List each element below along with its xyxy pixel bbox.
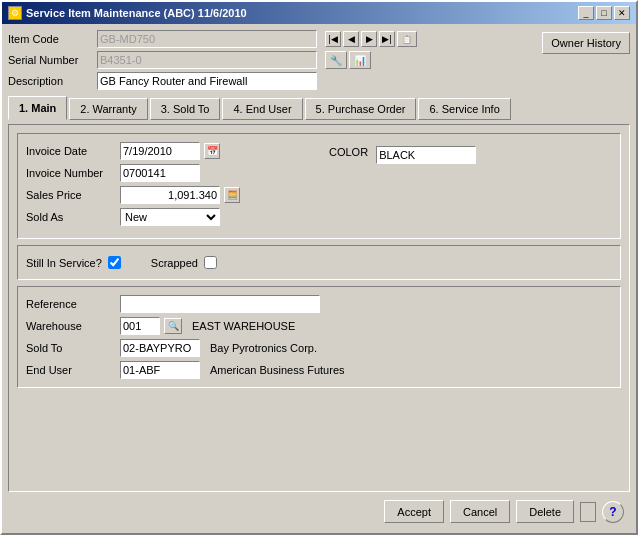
warehouse-name-display: EAST WAREHOUSE bbox=[192, 320, 295, 332]
sales-price-row: Sales Price 🧮 bbox=[26, 186, 309, 204]
fields-section: Item Code |◀ ◀ ▶ ▶| 📋 Serial Number bbox=[8, 30, 542, 90]
nav-next-button[interactable]: ▶ bbox=[361, 31, 377, 47]
title-bar-left: ⚙ Service Item Maintenance (ABC) 11/6/20… bbox=[8, 6, 247, 20]
warehouse-search-button[interactable]: 🔍 bbox=[164, 318, 182, 334]
main-window: ⚙ Service Item Maintenance (ABC) 11/6/20… bbox=[0, 0, 638, 535]
color-col: COLOR bbox=[329, 142, 612, 230]
maximize-button[interactable]: □ bbox=[596, 6, 612, 20]
separator-icon bbox=[580, 502, 596, 522]
sold-to-label: Sold To bbox=[26, 342, 116, 354]
description-label: Description bbox=[8, 75, 93, 87]
warehouse-row: Warehouse 🔍 EAST WAREHOUSE bbox=[26, 317, 612, 335]
color-input[interactable] bbox=[376, 146, 476, 164]
item-code-label: Item Code bbox=[8, 33, 93, 45]
scrapped-group: Scrapped bbox=[151, 256, 217, 269]
calculator-icon-button[interactable]: 🧮 bbox=[224, 187, 240, 203]
tools-icon-button[interactable]: 🔧 bbox=[325, 51, 347, 69]
close-button[interactable]: ✕ bbox=[614, 6, 630, 20]
invoice-section: Invoice Date 📅 Invoice Number Sales Pric… bbox=[17, 133, 621, 239]
window-title: Service Item Maintenance (ABC) 11/6/2010 bbox=[26, 7, 247, 19]
end-user-code-input[interactable] bbox=[120, 361, 200, 379]
sold-as-row: Sold As New Used Demo bbox=[26, 208, 309, 226]
sold-to-code-input[interactable] bbox=[120, 339, 200, 357]
serial-number-label: Serial Number bbox=[8, 54, 93, 66]
tabs-bar: 1. Main 2. Warranty 3. Sold To 4. End Us… bbox=[8, 98, 630, 120]
window-icon: ⚙ bbox=[8, 6, 22, 20]
nav-section: |◀ ◀ ▶ ▶| 📋 bbox=[325, 31, 417, 47]
invoice-date-input[interactable] bbox=[120, 142, 200, 160]
checkboxes-section: Still In Service? Scrapped bbox=[17, 245, 621, 280]
tab-content-main: Invoice Date 📅 Invoice Number Sales Pric… bbox=[8, 124, 630, 492]
tab-warranty[interactable]: 2. Warranty bbox=[69, 98, 147, 120]
window-body: Item Code |◀ ◀ ▶ ▶| 📋 Serial Number bbox=[2, 24, 636, 533]
tab-end-user[interactable]: 4. End User bbox=[222, 98, 302, 120]
invoice-date-row: Invoice Date 📅 bbox=[26, 142, 309, 160]
invoice-number-label: Invoice Number bbox=[26, 167, 116, 179]
owner-history-button[interactable]: Owner History bbox=[542, 32, 630, 54]
description-row: Description bbox=[8, 72, 542, 90]
item-code-row: Item Code |◀ ◀ ▶ ▶| 📋 bbox=[8, 30, 542, 48]
reference-label: Reference bbox=[26, 298, 116, 310]
footer: Accept Cancel Delete ? bbox=[8, 496, 630, 527]
cancel-button[interactable]: Cancel bbox=[450, 500, 510, 523]
help-button[interactable]: ? bbox=[602, 501, 624, 523]
description-input[interactable] bbox=[97, 72, 317, 90]
still-in-service-group: Still In Service? bbox=[26, 256, 121, 269]
sold-as-label: Sold As bbox=[26, 211, 116, 223]
scrapped-label: Scrapped bbox=[151, 257, 198, 269]
nav-prev-button[interactable]: ◀ bbox=[343, 31, 359, 47]
invoice-fields-col: Invoice Date 📅 Invoice Number Sales Pric… bbox=[26, 142, 309, 230]
end-user-name-display: American Business Futures bbox=[210, 364, 345, 376]
end-user-label: End User bbox=[26, 364, 116, 376]
scrapped-checkbox[interactable] bbox=[204, 256, 217, 269]
sold-to-row: Sold To Bay Pyrotronics Corp. bbox=[26, 339, 612, 357]
bottom-fields-section: Reference Warehouse 🔍 EAST WAREHOUSE Sol… bbox=[17, 286, 621, 388]
tab-purchase-order[interactable]: 5. Purchase Order bbox=[305, 98, 417, 120]
item-code-input[interactable] bbox=[97, 30, 317, 48]
reference-input[interactable] bbox=[120, 295, 320, 313]
tab-sold-to[interactable]: 3. Sold To bbox=[150, 98, 221, 120]
serial-number-input[interactable] bbox=[97, 51, 317, 69]
warehouse-code-input[interactable] bbox=[120, 317, 160, 335]
color-label: COLOR bbox=[329, 146, 368, 158]
info-icon-button[interactable]: 📊 bbox=[349, 51, 371, 69]
sold-as-select[interactable]: New Used Demo bbox=[120, 208, 220, 226]
sold-to-name-display: Bay Pyrotronics Corp. bbox=[210, 342, 317, 354]
bottom-fields: Reference Warehouse 🔍 EAST WAREHOUSE Sol… bbox=[26, 295, 612, 379]
two-column-layout: Invoice Date 📅 Invoice Number Sales Pric… bbox=[26, 142, 612, 230]
invoice-number-input[interactable] bbox=[120, 164, 200, 182]
invoice-number-row: Invoice Number bbox=[26, 164, 309, 182]
invoice-date-label: Invoice Date bbox=[26, 145, 116, 157]
minimize-button[interactable]: _ bbox=[578, 6, 594, 20]
reference-row: Reference bbox=[26, 295, 612, 313]
end-user-row: End User American Business Futures bbox=[26, 361, 612, 379]
tab-service-info[interactable]: 6. Service Info bbox=[418, 98, 510, 120]
calendar-icon-button[interactable]: 📅 bbox=[204, 143, 220, 159]
nav-first-button[interactable]: |◀ bbox=[325, 31, 341, 47]
still-in-service-checkbox[interactable] bbox=[108, 256, 121, 269]
tab-main[interactable]: 1. Main bbox=[8, 96, 67, 120]
accept-button[interactable]: Accept bbox=[384, 500, 444, 523]
top-section: Item Code |◀ ◀ ▶ ▶| 📋 Serial Number bbox=[8, 30, 630, 90]
sales-price-input[interactable] bbox=[120, 186, 220, 204]
title-bar: ⚙ Service Item Maintenance (ABC) 11/6/20… bbox=[2, 2, 636, 24]
delete-button[interactable]: Delete bbox=[516, 500, 574, 523]
warehouse-label: Warehouse bbox=[26, 320, 116, 332]
sales-price-label: Sales Price bbox=[26, 189, 116, 201]
nav-new-button[interactable]: 📋 bbox=[397, 31, 417, 47]
serial-number-row: Serial Number 🔧 📊 bbox=[8, 51, 542, 69]
checkbox-row: Still In Service? Scrapped bbox=[26, 250, 612, 275]
title-buttons: _ □ ✕ bbox=[578, 6, 630, 20]
nav-last-button[interactable]: ▶| bbox=[379, 31, 395, 47]
still-in-service-label: Still In Service? bbox=[26, 257, 102, 269]
